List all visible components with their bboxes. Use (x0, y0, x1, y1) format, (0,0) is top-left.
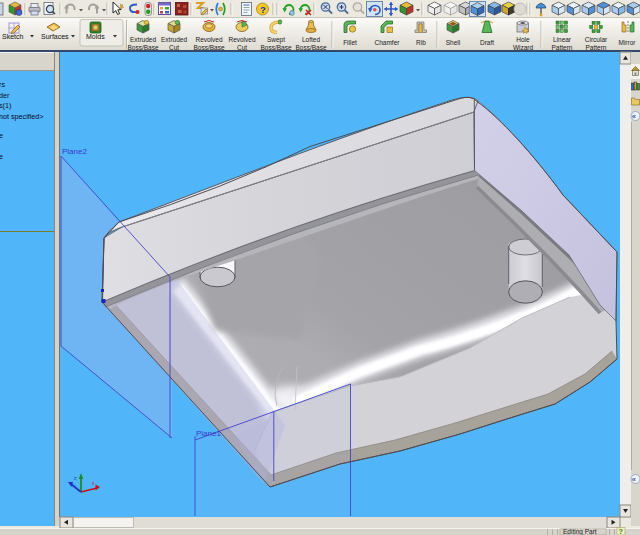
svg-text:Molds: Molds (86, 33, 105, 40)
svg-text:der: der (0, 91, 10, 100)
svg-text:Sketch: Sketch (2, 33, 24, 40)
svg-text:Cut: Cut (169, 44, 179, 51)
svg-text:Plane2: Plane2 (62, 147, 87, 156)
svg-text:e: e (0, 152, 3, 161)
svg-text:e: e (0, 131, 3, 140)
svg-text:Plane1: Plane1 (196, 429, 221, 438)
svg-text:Pattern: Pattern (586, 44, 607, 51)
svg-text:Linear: Linear (553, 36, 572, 43)
svg-text:?: ? (260, 4, 266, 15)
svg-text:Cut: Cut (237, 44, 247, 51)
svg-text:«: « (632, 475, 636, 484)
svg-text:s(1): s(1) (0, 101, 11, 110)
svg-text:Extruded: Extruded (130, 36, 156, 43)
svg-text:Hole: Hole (516, 36, 530, 43)
svg-text:rs: rs (0, 80, 5, 89)
svg-text:Mirror: Mirror (619, 39, 637, 46)
svg-text:«: « (632, 112, 636, 121)
svg-text:Boss/Base: Boss/Base (295, 44, 326, 51)
svg-text:?: ? (619, 528, 623, 535)
svg-text:not specified>: not specified> (0, 112, 44, 121)
svg-text:Editing Part: Editing Part (563, 528, 597, 535)
svg-text:Draft: Draft (480, 39, 494, 46)
svg-text:Extruded: Extruded (161, 36, 187, 43)
svg-text:Pattern: Pattern (552, 44, 573, 51)
svg-text:Boss/Base: Boss/Base (260, 44, 291, 51)
svg-text:Chamfer: Chamfer (375, 39, 401, 46)
svg-text:Lofted: Lofted (302, 36, 320, 43)
svg-text:Wizard: Wizard (513, 44, 534, 51)
svg-text:Surfaces: Surfaces (41, 33, 69, 40)
svg-text:Rib: Rib (416, 39, 426, 46)
svg-text:Shell: Shell (446, 39, 461, 46)
svg-text:Boss/Base: Boss/Base (127, 44, 158, 51)
svg-text:Boss/Base: Boss/Base (193, 44, 224, 51)
svg-text:Revolved: Revolved (228, 36, 255, 43)
svg-text:Fillet: Fillet (343, 39, 357, 46)
svg-text:Revolved: Revolved (195, 36, 222, 43)
svg-text:Circular: Circular (585, 36, 608, 43)
